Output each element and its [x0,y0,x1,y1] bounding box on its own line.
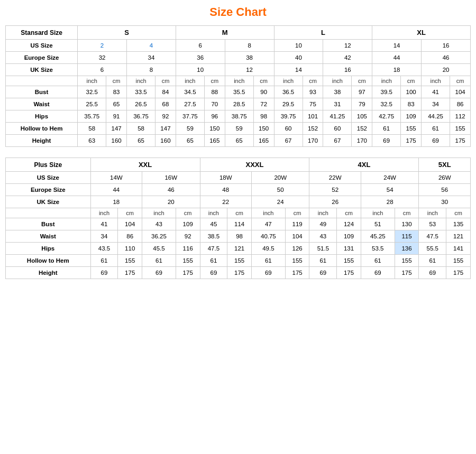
standard-unit-cm6: cm [352,76,372,86]
standard-height-label: Height [6,135,78,147]
plus-eu-56: 56 [419,184,471,196]
plus-uk-26: 26 [309,196,361,208]
plus-unit-inch3: inch [200,208,227,218]
standard-uk-row: UK Size 6 8 10 12 14 16 18 20 [6,64,471,76]
standard-eu-44: 44 [372,52,422,64]
plus-uk-28: 28 [361,196,419,208]
standard-bust-row: Bust 32.5 83 33.5 84 34.5 88 35.5 90 36.… [6,86,471,98]
standard-uk-20: 20 [422,64,471,76]
plus-eu-50: 50 [251,184,309,196]
standard-size-m: M [176,26,274,40]
plus-us-20w: 20W [251,172,309,184]
plus-europe-label: Europe Size [6,184,91,196]
plus-eu-48: 48 [200,184,251,196]
standard-unit-cm2: cm [155,76,176,86]
standard-uk-10: 10 [176,64,225,76]
standard-eu-38: 38 [225,52,274,64]
plus-hips-label: Hips [6,243,91,255]
standard-uk-12: 12 [225,64,274,76]
plus-waist-row: Waist 34 86 36.25 92 38.5 98 40.75 104 4… [6,230,471,243]
standard-unit-cm3: cm [204,76,225,86]
plus-header-row: Plus Size XXL XXXL 4XL 5XL [6,158,471,172]
plus-unit-inch6: inch [361,208,395,218]
standard-size-xl: XL [372,26,471,40]
plus-unit-inch2: inch [142,208,176,218]
plus-table: Plus Size XXL XXXL 4XL 5XL US Size 14W 1… [5,157,471,279]
standard-bust-label: Bust [6,86,78,98]
plus-uk-row: UK Size 18 20 22 24 26 28 30 [6,196,471,208]
plus-us-size-row: US Size 14W 16W 18W 20W 22W 24W 26W [6,172,471,184]
standard-us-16: 16 [422,40,471,52]
standard-header-row: Stansard Size S M L XL [6,26,471,40]
plus-size-4xl: 4XL [309,158,419,172]
plus-uk-24: 24 [251,196,309,208]
plus-size-xxxl: XXXL [200,158,309,172]
standard-height-row: Height 63 160 65 160 65 165 65 165 67 17… [6,135,471,147]
standard-hollow-label: Hollow to Hem [6,123,78,135]
standard-us-8: 8 [225,40,274,52]
plus-eu-46: 46 [142,184,200,196]
standard-us-4: 4 [126,40,176,52]
plus-height-label: Height [6,267,91,279]
plus-hips-row: Hips 43.5 110 45.5 116 47.5 121 49.5 126… [6,243,471,255]
standard-table: Stansard Size S M L XL US Size 2 4 6 8 1… [5,25,471,147]
plus-unit-inch4: inch [251,208,285,218]
standard-uk-label: UK Size [6,64,78,76]
plus-us-14w: 14W [90,172,142,184]
plus-size-5xl: 5XL [419,158,471,172]
plus-unit-cm1: cm [118,208,142,218]
standard-unit-cm8: cm [450,76,471,86]
standard-size-l: L [274,26,372,40]
standard-hips-label: Hips [6,110,78,123]
plus-europe-row: Europe Size 44 46 48 50 52 54 56 [6,184,471,196]
plus-unit-inch7: inch [419,208,446,218]
standard-hollow-row: Hollow to Hem 58 147 58 147 59 150 59 15… [6,123,471,135]
standard-waist-row: Waist 25.5 65 26.5 68 27.5 70 28.5 72 29… [6,98,471,110]
plus-hollow-label: Hollow to Hem [6,255,91,267]
plus-waist-label: Waist [6,230,91,243]
plus-bust-row: Bust 41 104 43 109 45 114 47 119 49 124 … [6,218,471,230]
page-title: Size Chart [5,5,471,19]
standard-uk-6: 6 [78,64,127,76]
plus-uk-18: 18 [90,196,142,208]
plus-us-22w: 22W [309,172,361,184]
standard-waist-label: Waist [6,98,78,110]
standard-eu-36: 36 [176,52,225,64]
standard-unit-cm5: cm [303,76,323,86]
plus-us-26w: 26W [419,172,471,184]
standard-unit-inch4: inch [225,76,253,86]
plus-eu-44: 44 [90,184,142,196]
standard-us-14: 14 [372,40,422,52]
standard-size-s: S [78,26,176,40]
standard-us-6: 6 [176,40,225,52]
standard-hips-row: Hips 35.75 91 36.75 92 37.75 96 38.75 98… [6,110,471,123]
standard-uk-14: 14 [274,64,323,76]
standard-chart-section: Stansard Size S M L XL US Size 2 4 6 8 1… [5,25,471,147]
standard-unit-inch1: inch [78,76,106,86]
standard-eu-40: 40 [274,52,323,64]
plus-us-18w: 18W [200,172,251,184]
standard-europe-row: Europe Size 32 34 36 38 40 42 44 46 [6,52,471,64]
plus-main-header: Plus Size [6,158,91,172]
plus-uk-20: 20 [142,196,200,208]
plus-us-label: US Size [6,172,91,184]
standard-unit-inch2: inch [126,76,155,86]
standard-unit-cm7: cm [401,76,422,86]
standard-eu-42: 42 [323,52,372,64]
standard-europe-label: Europe Size [6,52,78,64]
standard-uk-8: 8 [126,64,176,76]
plus-eu-54: 54 [361,184,419,196]
plus-eu-52: 52 [309,184,361,196]
plus-uk-label: UK Size [6,196,91,208]
plus-size-xxl: XXL [90,158,200,172]
standard-unit-cm4: cm [253,76,274,86]
standard-uk-18: 18 [372,64,422,76]
plus-uk-22: 22 [200,196,251,208]
plus-unit-cm5: cm [337,208,361,218]
standard-unit-cm1: cm [106,76,127,86]
plus-uk-30: 30 [419,196,471,208]
plus-unit-inch5: inch [309,208,337,218]
plus-us-16w: 16W [142,172,200,184]
standard-unit-inch3: inch [176,76,204,86]
standard-main-header: Stansard Size [6,26,78,40]
